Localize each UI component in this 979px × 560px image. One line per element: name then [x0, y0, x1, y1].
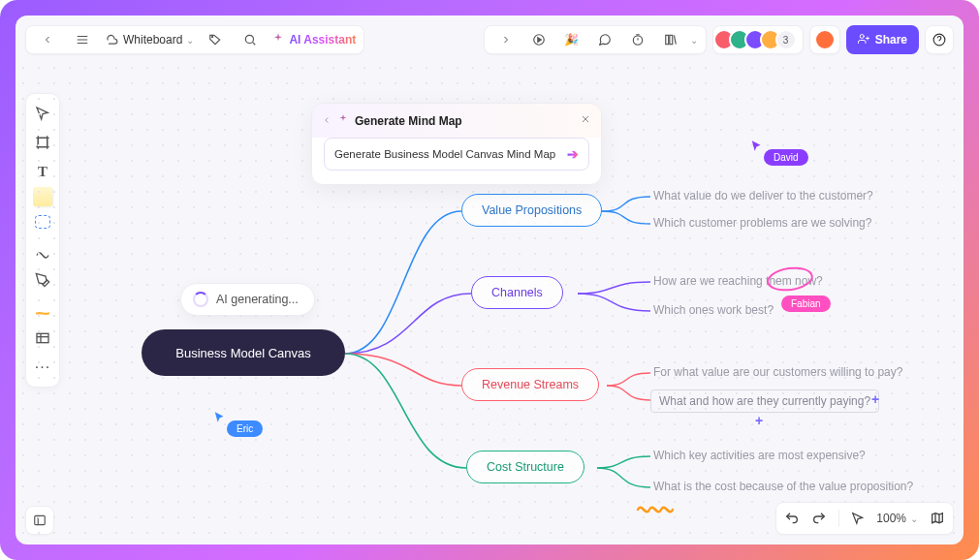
minimap-button[interactable]	[930, 511, 945, 526]
ai-panel-back[interactable]	[322, 114, 332, 128]
search-button[interactable]	[237, 26, 264, 53]
top-toolbar: Whiteboard ⌄ AI Assistant	[25, 25, 954, 54]
play-button[interactable]	[525, 26, 553, 53]
share-label: Share	[875, 33, 907, 47]
cloud-icon	[104, 32, 119, 47]
mindmap-root-label: Business Model Canvas	[175, 346, 310, 360]
ai-generating-status: AI generating...	[180, 283, 315, 316]
ai-panel-title: Generate Mind Map	[355, 114, 462, 128]
redo-button[interactable]	[811, 511, 827, 526]
ai-prompt-text: Generate Business Model Canvas Mind Map	[334, 148, 555, 160]
divider	[838, 510, 839, 527]
add-sibling-button[interactable]: +	[868, 392, 882, 406]
mindmap-leaf[interactable]: Which ones work best?	[653, 303, 774, 317]
ai-generating-label: AI generating...	[216, 293, 299, 306]
undo-button[interactable]	[784, 511, 800, 526]
mindmap-branch-revenue-streams[interactable]: Revenue Streams	[461, 368, 599, 401]
board-type-label: Whiteboard	[123, 33, 182, 47]
ai-panel-close[interactable]	[580, 113, 591, 128]
self-avatar[interactable]	[809, 25, 840, 54]
ai-submit-icon[interactable]: ➔	[567, 146, 579, 162]
cursor-label-eric: Eric	[227, 420, 263, 437]
chevron-down-icon: ⌄	[910, 513, 918, 524]
toolbar-right-actions: 🎉 ⌄	[484, 25, 707, 54]
mindmap-leaf[interactable]: What is the cost because of the value pr…	[653, 480, 913, 493]
celebrate-button[interactable]: 🎉	[558, 26, 585, 53]
zoom-bar: 100% ⌄	[775, 502, 954, 535]
svg-point-14	[860, 34, 864, 38]
timer-button[interactable]	[624, 26, 651, 53]
mindmap-branch-channels[interactable]: Channels	[471, 276, 563, 309]
ai-panel: Generate Mind Map Generate Business Mode…	[311, 103, 602, 185]
chevron-right-icon[interactable]	[492, 26, 520, 53]
mindmap-leaf[interactable]: Which key activities are most expensive?	[653, 449, 866, 462]
branch-label: Cost Structure	[487, 460, 564, 474]
zoom-level-dropdown[interactable]: 100% ⌄	[876, 512, 918, 525]
ai-sparkle-icon	[271, 32, 285, 48]
canvas[interactable]: AI generating... Business Model Canvas V…	[16, 60, 963, 544]
collaborators[interactable]: 3	[712, 25, 804, 54]
svg-line-5	[253, 43, 256, 46]
comment-button[interactable]	[591, 26, 618, 53]
cursor-eric	[213, 411, 227, 424]
back-button[interactable]	[34, 26, 61, 53]
annotation-squiggle	[636, 496, 684, 521]
svg-rect-11	[665, 35, 668, 44]
svg-point-4	[246, 35, 254, 43]
ai-assistant-label: AI Assistant	[289, 33, 356, 47]
board-type-dropdown[interactable]: Whiteboard ⌄	[123, 33, 194, 47]
ai-assistant-button[interactable]: AI Assistant	[271, 32, 356, 48]
svg-rect-12	[669, 35, 672, 44]
svg-point-3	[212, 37, 213, 38]
svg-marker-7	[537, 38, 541, 43]
mindmap-leaf[interactable]: What value do we deliver to the customer…	[653, 189, 873, 202]
svg-line-13	[674, 35, 676, 44]
share-icon	[858, 33, 869, 47]
branch-label: Value Propositions	[482, 203, 582, 217]
menu-button[interactable]	[69, 26, 96, 53]
library-button[interactable]	[657, 26, 684, 53]
tag-button[interactable]	[202, 26, 229, 53]
add-child-button[interactable]: +	[752, 414, 766, 427]
zoom-level: 100%	[876, 512, 906, 525]
mindmap-leaf[interactable]: Which customer problems are we solving?	[653, 216, 871, 230]
spinner-icon	[193, 292, 208, 307]
mindmap-branch-value-propositions[interactable]: Value Propositions	[461, 194, 602, 227]
chevron-down-icon: ⌄	[186, 35, 194, 46]
share-button[interactable]: Share	[846, 25, 919, 54]
avatar-overflow: 3	[775, 29, 797, 50]
cursor-david	[750, 140, 764, 153]
pointer-mode-button[interactable]	[851, 512, 865, 525]
chevron-down-icon[interactable]: ⌄	[690, 35, 698, 46]
cursor-label-david: David	[764, 149, 808, 166]
ai-sparkle-icon	[337, 113, 349, 128]
mindmap-leaf-selected[interactable]: What and how are they currently paying?	[650, 389, 879, 413]
ai-prompt-input[interactable]: Generate Business Model Canvas Mind Map …	[324, 138, 589, 171]
app: Whiteboard ⌄ AI Assistant	[16, 16, 963, 544]
toolbar-left: Whiteboard ⌄ AI Assistant	[25, 25, 364, 54]
mindmap-branch-cost-structure[interactable]: Cost Structure	[466, 451, 584, 483]
annotation-circle	[766, 264, 815, 294]
avatar	[814, 29, 836, 50]
branch-label: Revenue Streams	[482, 378, 579, 391]
help-button[interactable]	[925, 25, 954, 54]
mindmap-root[interactable]: Business Model Canvas	[142, 329, 345, 376]
mindmap-leaf[interactable]: For what value are our customers willing…	[653, 365, 902, 379]
branch-label: Channels	[491, 286, 543, 299]
cursor-label-fabian: Fabian	[781, 296, 831, 312]
svg-point-8	[633, 36, 642, 45]
